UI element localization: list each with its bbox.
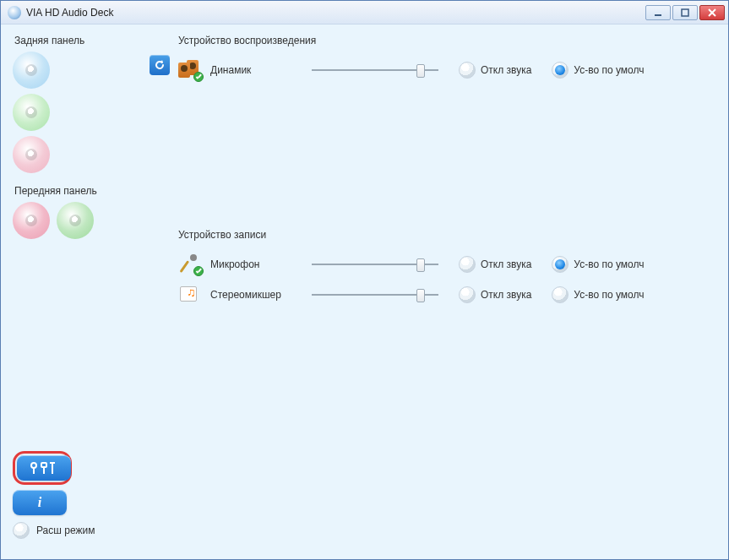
speaker-mute-toggle[interactable] (459, 62, 476, 79)
device-row-speaker: Динамик Откл звука Ус-во по умолч (178, 55, 715, 85)
stereomixer-icon: ♫ (178, 285, 202, 305)
mute-label: Откл звука (481, 64, 531, 76)
rear-panel-label: Задняя панель (14, 35, 170, 46)
main-area: Устройство воспроизведения Динамик Откл … (178, 35, 715, 559)
stereomixer-default-toggle[interactable] (552, 286, 569, 303)
app-icon (8, 6, 21, 19)
speaker-volume-slider[interactable] (312, 63, 438, 77)
microphone-icon (178, 254, 202, 275)
default-label: Ус-во по умолч (574, 64, 644, 76)
playback-section-title: Устройство воспроизведения (178, 35, 715, 46)
microphone-default-toggle[interactable] (552, 256, 569, 273)
default-label: Ус-во по умолч (574, 289, 644, 301)
mute-label: Откл звука (481, 258, 531, 270)
close-button[interactable] (699, 5, 725, 20)
svg-rect-6 (41, 463, 46, 467)
device-row-microphone: Микрофон Откл звука Ус-во по умолч (178, 249, 715, 280)
highlight-marker (13, 451, 72, 485)
speaker-icon (178, 60, 202, 80)
rear-jack-line-out[interactable] (13, 94, 50, 131)
reset-button[interactable] (150, 55, 170, 75)
advanced-mode-label: Расш режим (36, 525, 95, 536)
svg-point-4 (31, 463, 36, 468)
svg-rect-1 (682, 9, 688, 16)
window-title: VIA HD Audio Deck (26, 7, 113, 19)
stereomixer-volume-slider[interactable] (312, 288, 438, 302)
advanced-mode-toggle[interactable] (13, 522, 30, 539)
svg-text:i: i (38, 495, 42, 509)
minimize-button[interactable] (645, 5, 671, 20)
device-name-label: Микрофон (210, 258, 303, 270)
microphone-volume-slider[interactable] (312, 258, 438, 271)
stereomixer-mute-toggle[interactable] (459, 286, 476, 303)
microphone-mute-toggle[interactable] (459, 256, 476, 273)
device-row-stereomixer: ♫ Стереомикшер Откл звука Ус-во по умолч (178, 280, 715, 310)
default-label: Ус-во по умолч (574, 258, 644, 270)
sidebar: Задняя панель Передняя панель (1, 24, 170, 559)
connectors-tool-button[interactable] (17, 455, 71, 481)
recording-section-title: Устройство записи (178, 229, 715, 241)
rear-jack-line-in[interactable] (13, 52, 50, 89)
rear-jack-mic[interactable] (13, 136, 50, 173)
speaker-default-toggle[interactable] (552, 62, 569, 79)
titlebar[interactable]: VIA HD Audio Deck (1, 1, 728, 24)
front-panel-label: Передняя панель (14, 185, 170, 197)
device-name-label: Стереомикшер (210, 289, 303, 301)
front-jack-headphone[interactable] (57, 202, 94, 239)
app-window: VIA HD Audio Deck Задняя панель (0, 0, 729, 560)
maximize-button[interactable] (672, 5, 698, 20)
front-jack-mic[interactable] (13, 202, 50, 239)
device-name-label: Динамик (210, 64, 303, 76)
info-tool-button[interactable]: i (13, 490, 67, 515)
mute-label: Откл звука (481, 289, 531, 301)
client-area: Задняя панель Передняя панель (1, 24, 728, 559)
